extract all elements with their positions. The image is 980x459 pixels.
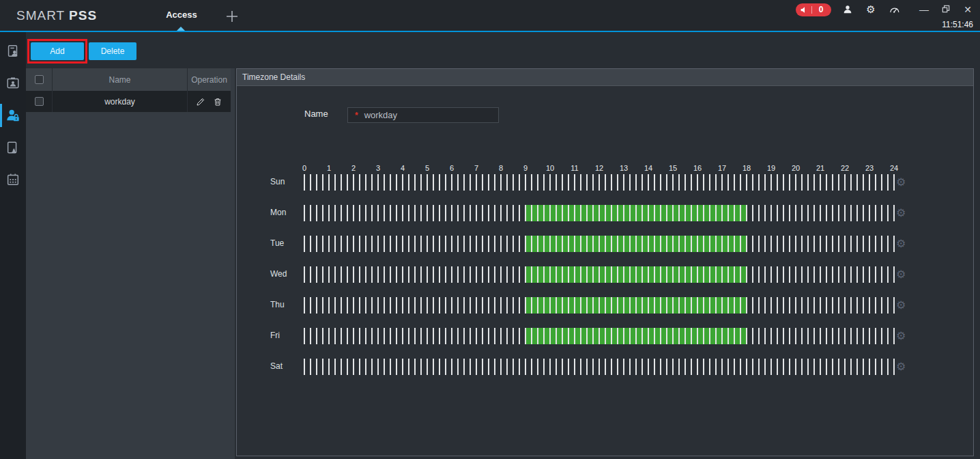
- row-checkbox[interactable]: [35, 97, 44, 106]
- required-mark: *: [355, 111, 358, 120]
- ruler-tick: [451, 236, 452, 252]
- ruler-tick: [715, 174, 717, 191]
- ruler-tick: [537, 236, 538, 252]
- tab-access[interactable]: Access: [162, 10, 201, 20]
- ruler-tick: [648, 205, 649, 221]
- ruler-tick: [519, 266, 520, 283]
- ruler-tick: [660, 328, 661, 344]
- ruler-tick: [893, 174, 895, 191]
- ruler-tick: [525, 359, 526, 375]
- ruler-tick: [574, 297, 575, 314]
- ruler-tick: [451, 266, 452, 283]
- ruler-tick: [451, 205, 452, 221]
- ruler-tick: [795, 359, 796, 375]
- ruler-tick: [482, 297, 483, 314]
- delete-button[interactable]: Delete: [89, 42, 136, 60]
- ruler-tick: [856, 297, 858, 314]
- ruler-tick: [599, 328, 600, 344]
- ruler-tick: [322, 266, 323, 283]
- ruler-tick: [531, 174, 532, 191]
- ruler-tick: [304, 297, 305, 314]
- ruler-tick: [316, 297, 317, 314]
- ruler-tick: [703, 266, 704, 283]
- ruler-tick: [347, 297, 348, 314]
- ruler-tick: [556, 266, 557, 283]
- ruler-tick: [402, 266, 403, 283]
- sidebar-item-log[interactable]: [0, 38, 26, 64]
- ruler-tick: [678, 266, 680, 283]
- ruler-tick: [623, 174, 624, 191]
- name-input[interactable]: * workday: [347, 107, 499, 123]
- ruler-tick: [611, 174, 612, 191]
- close-button[interactable]: ✕: [962, 4, 973, 15]
- ruler-tick: [869, 205, 870, 221]
- day-settings-gear-icon[interactable]: ⚙: [896, 267, 906, 282]
- sidebar-item-attendance[interactable]: [0, 167, 26, 193]
- day-settings-gear-icon[interactable]: ⚙: [896, 298, 906, 313]
- ruler-tick: [863, 174, 864, 191]
- add-button[interactable]: Add: [31, 42, 84, 60]
- hour-tick-label: 13: [616, 164, 632, 172]
- ruler-tick: [801, 328, 803, 344]
- ruler-tick: [795, 205, 796, 221]
- ruler-tick: [746, 174, 747, 191]
- ruler-tick: [433, 174, 434, 191]
- ruler-tick: [420, 328, 422, 344]
- ruler-tick: [537, 205, 538, 221]
- day-settings-gear-icon[interactable]: ⚙: [896, 206, 906, 221]
- ruler-tick: [463, 205, 465, 221]
- sidebar-item-user-card[interactable]: [0, 70, 26, 96]
- ruler-tick: [470, 328, 471, 344]
- ruler-tick: [513, 359, 514, 375]
- ruler-tick: [666, 174, 667, 191]
- ruler-tick: [494, 205, 495, 221]
- ruler-tick: [838, 266, 839, 283]
- timeline-day-row: Mon⚙: [237, 205, 973, 221]
- table-row[interactable]: workday: [26, 91, 231, 112]
- ruler-tick: [365, 328, 366, 344]
- select-all-checkbox[interactable]: [35, 75, 44, 84]
- ruler-tick: [525, 236, 526, 252]
- delete-row-button[interactable]: [212, 96, 223, 107]
- day-settings-gear-icon[interactable]: ⚙: [896, 236, 906, 251]
- ruler-tick: [414, 359, 416, 375]
- new-tab-button[interactable]: [224, 8, 240, 25]
- ruler-tick: [470, 205, 471, 221]
- sidebar-item-device-alarm[interactable]: [0, 135, 26, 161]
- hour-tick-label: 16: [689, 164, 706, 172]
- ruler-tick: [396, 328, 397, 344]
- edit-button[interactable]: [195, 96, 206, 107]
- user-account-button[interactable]: [841, 3, 854, 16]
- ruler-tick: [599, 297, 600, 314]
- settings-button[interactable]: ⚙: [864, 3, 878, 16]
- day-settings-gear-icon[interactable]: ⚙: [896, 329, 906, 344]
- ruler-tick: [568, 205, 569, 221]
- sidebar-item-access-permission[interactable]: [0, 102, 26, 128]
- day-settings-gear-icon[interactable]: ⚙: [896, 359, 906, 374]
- ruler-tick: [642, 174, 643, 191]
- ruler-tick: [807, 174, 809, 191]
- ruler-tick: [525, 174, 526, 191]
- ruler-tick: [476, 174, 477, 191]
- ruler-tick: [850, 328, 852, 344]
- ruler-tick: [856, 236, 858, 252]
- day-settings-gear-icon[interactable]: ⚙: [896, 175, 906, 190]
- hour-tick-label: 12: [591, 164, 607, 172]
- ruler-tick: [445, 297, 446, 314]
- ruler-tick: [881, 297, 882, 314]
- ruler-tick: [439, 236, 440, 252]
- alarm-counter-button[interactable]: 0: [796, 3, 831, 16]
- ruler-tick: [365, 205, 366, 221]
- ruler-tick: [844, 236, 846, 252]
- ruler-tick: [801, 359, 803, 375]
- ruler-tick: [549, 328, 551, 344]
- ruler-tick: [384, 359, 385, 375]
- ruler-tick: [789, 266, 790, 283]
- ruler-tick: [304, 328, 305, 344]
- ruler-tick: [525, 297, 526, 314]
- minimize-button[interactable]: —: [919, 4, 929, 15]
- ruler-tick: [341, 297, 342, 314]
- restore-button[interactable]: [940, 4, 951, 16]
- ruler-tick: [820, 236, 821, 252]
- performance-button[interactable]: [887, 3, 901, 16]
